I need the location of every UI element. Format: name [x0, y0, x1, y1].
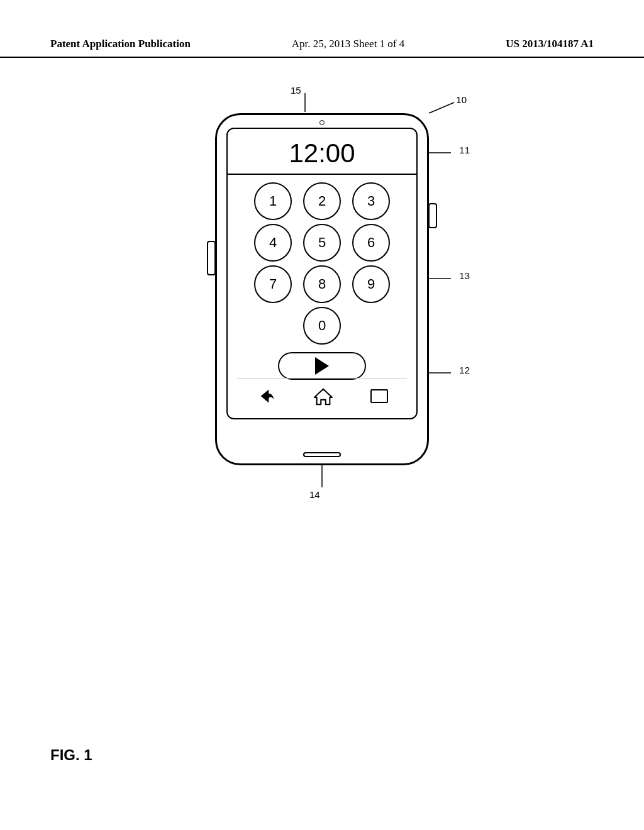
- leader-line-14: [319, 462, 338, 490]
- home-icon: [313, 386, 333, 406]
- ref-12: 12: [459, 365, 470, 375]
- diagram-area: 10 11 13 12 15 14: [0, 82, 644, 465]
- figure-caption: FIG. 1: [50, 746, 92, 764]
- phone-port: [303, 452, 341, 457]
- key-5[interactable]: 5: [303, 224, 341, 262]
- phone-left-button[interactable]: [207, 241, 216, 275]
- time-display: 12:00: [228, 129, 416, 175]
- phone-screen: 12:00 1 2 3 4 5 6: [226, 128, 418, 419]
- phone-device: 10 11 13 12 15 14: [215, 113, 429, 465]
- patent-header: Patent Application Publication Apr. 25, …: [0, 38, 644, 58]
- phone-body: 12:00 1 2 3 4 5 6: [215, 113, 429, 465]
- key-3[interactable]: 3: [352, 182, 390, 220]
- arrow-right-icon: [315, 357, 329, 375]
- ref-14: 14: [309, 489, 320, 500]
- recents-icon: [370, 389, 388, 403]
- key-row-1: 1 2 3: [254, 182, 390, 220]
- nav-bar: [237, 378, 407, 413]
- key-4[interactable]: 4: [254, 224, 292, 262]
- svg-marker-6: [314, 389, 332, 404]
- key-2[interactable]: 2: [303, 182, 341, 220]
- leader-line-10: [423, 99, 460, 118]
- svg-line-0: [429, 102, 454, 113]
- key-7[interactable]: 7: [254, 265, 292, 303]
- ref-11: 11: [459, 145, 470, 155]
- key-9[interactable]: 9: [352, 265, 390, 303]
- header-center-label: Apr. 25, 2013 Sheet 1 of 4: [292, 38, 404, 50]
- phone-camera: [319, 120, 325, 125]
- header-right-label: US 2013/104187 A1: [506, 38, 594, 50]
- key-row-2: 4 5 6: [254, 224, 390, 262]
- recents-button[interactable]: [370, 389, 388, 403]
- ref-15: 15: [291, 85, 301, 96]
- header-left-label: Patent Application Publication: [50, 38, 191, 50]
- back-icon: [256, 387, 276, 405]
- key-0[interactable]: 0: [303, 307, 341, 345]
- phone-right-button[interactable]: [428, 203, 437, 228]
- key-6[interactable]: 6: [352, 224, 390, 262]
- home-button[interactable]: [313, 386, 333, 406]
- submit-button[interactable]: [278, 352, 366, 380]
- ref-13: 13: [459, 270, 470, 281]
- key-row-4: 0: [303, 307, 341, 345]
- key-row-3: 7 8 9: [254, 265, 390, 303]
- back-button[interactable]: [256, 387, 276, 405]
- key-1[interactable]: 1: [254, 182, 292, 220]
- key-8[interactable]: 8: [303, 265, 341, 303]
